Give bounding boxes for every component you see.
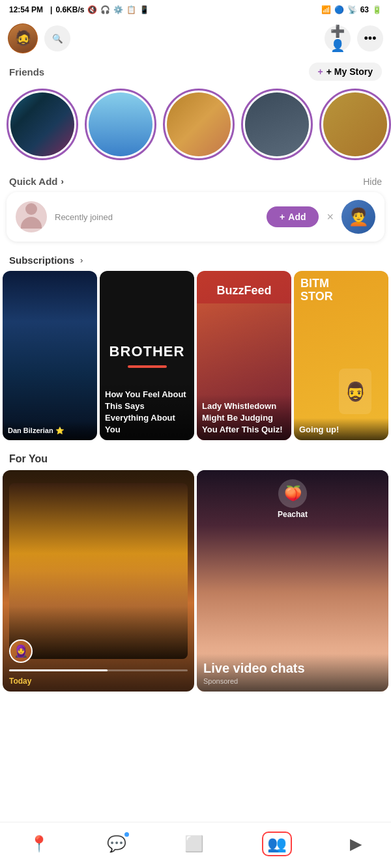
friends-icon: 👥 (267, 835, 287, 852)
top-bar: 🧔 🔍 ➕👤 ••• (0, 20, 391, 57)
quick-add-card: Recently joined + Add × 🧑‍🦱 (7, 192, 384, 242)
bluetooth-icon: 🔵 (334, 5, 344, 14)
status-bar: 12:54 PM | 0.6KB/s 🔇 🎧 ⚙️ 📋 📱 📶 🔵 📡 63 🔋 (0, 0, 391, 20)
nav-item-camera[interactable]: ⬜ (174, 832, 214, 856)
story-item-3[interactable] (163, 89, 235, 160)
add-button[interactable]: + Add (267, 206, 319, 227)
today-label: Today (9, 677, 31, 686)
plus-icon: + (318, 66, 323, 77)
sub-caption-brother: How You Feel About This Says Everything … (105, 389, 186, 434)
friends-header: Friends + + My Story (0, 57, 391, 85)
sponsored-label: Sponsored (203, 677, 382, 685)
search-icon: 🔍 (52, 34, 63, 44)
sub-card-buzzfeed[interactable]: BuzzFeed Lady Whistledown Might Be Judgi… (197, 271, 291, 440)
peachat-name: Peachat (278, 510, 308, 519)
live-video-title: Live video chats (203, 660, 382, 676)
network-speed: | (50, 5, 52, 14)
for-you-title: For You (9, 453, 48, 464)
wifi-icon: 📶 (321, 5, 331, 14)
nav-item-chat[interactable]: 💬 (96, 832, 137, 856)
add-friend-button[interactable]: ➕👤 (325, 25, 351, 51)
more-options-button[interactable]: ••• (357, 25, 383, 51)
notification-icon: 📋 (126, 5, 136, 14)
brother-logo-text: BROTHER (109, 343, 185, 360)
star-badge: ⭐ (55, 427, 65, 435)
map-icon: 📍 (29, 835, 49, 853)
story-item-2[interactable] (85, 89, 156, 160)
friends-nav-box: 👥 (262, 832, 292, 856)
quick-add-label: Quick Add (9, 176, 57, 187)
sub-card-bitmoji[interactable]: BITMSTOR 🧔‍♂️ Going up! (294, 271, 388, 440)
subscriptions-chevron: › (80, 255, 83, 265)
quick-add-header: Quick Add › Hide (0, 169, 391, 192)
time: 12:54 PM (9, 5, 43, 14)
sub-caption-buzzfeed: Lady Whistledown Might Be Judging You Af… (202, 401, 283, 434)
user-avatar[interactable]: 🧔 (8, 23, 38, 53)
discover-icon: ▶ (350, 835, 362, 853)
close-quick-add-button[interactable]: × (326, 210, 334, 224)
story-item-4[interactable] (241, 89, 313, 160)
add-icon: + (280, 212, 285, 222)
sub-card-2-overlay: How You Feel About This Says Everything … (100, 383, 194, 440)
headphone-icon: 🎧 (100, 5, 110, 14)
my-story-button[interactable]: + + My Story (309, 63, 382, 81)
for-you-section: For You 🧕 Today (0, 447, 391, 744)
hide-button[interactable]: Hide (363, 176, 382, 187)
nav-item-discover[interactable]: ▶ (340, 832, 372, 856)
suggested-user-avatar: 🧑‍🦱 (341, 200, 375, 234)
fy-user-avatar-1: 🧕 (9, 639, 33, 663)
search-button[interactable]: 🔍 (44, 25, 70, 51)
quick-add-section: Quick Add › Hide Recently joined + Add ×… (0, 169, 391, 248)
sub-card-brother[interactable]: BROTHER How You Feel About This Says Eve… (100, 271, 194, 440)
for-you-card-1[interactable]: 🧕 Today (3, 470, 194, 692)
recently-joined-label: Recently joined (55, 212, 259, 222)
sub-card-4-overlay: Going up! (294, 418, 388, 440)
bottom-nav: 📍 💬 ⬜ 👥 ▶ (0, 822, 391, 868)
status-left: 12:54 PM | 0.6KB/s 🔇 🎧 ⚙️ 📋 📱 (9, 5, 149, 14)
friends-title: Friends (9, 66, 44, 77)
for-you-card-2[interactable]: 🍑 Peachat Live video chats Sponsored (197, 470, 388, 692)
friends-section: Friends + + My Story (0, 57, 391, 169)
battery-icon: 🔋 (372, 5, 382, 14)
sub-caption-bitmoji: Going up! (299, 425, 339, 434)
stories-row (0, 85, 391, 169)
user-placeholder-avatar (16, 201, 47, 232)
subscriptions-title: Subscriptions (9, 255, 74, 266)
more-icon: ••• (364, 32, 377, 46)
for-you-grid: 🧕 Today 🍑 Peachat (0, 470, 391, 692)
my-story-label: + My Story (326, 66, 373, 77)
quick-add-chevron: › (61, 176, 63, 186)
battery-value: 63 (360, 5, 369, 14)
add-label: Add (288, 212, 306, 222)
settings-icon: ⚙️ (113, 5, 123, 14)
sub-card-3-overlay: Lady Whistledown Might Be Judging You Af… (197, 395, 291, 440)
subscriptions-section: Subscriptions › Dan Bilzerian ⭐ BROTHER (0, 248, 391, 447)
chat-icon: 💬 (107, 835, 126, 853)
peachat-logo: 🍑 Peachat (197, 479, 388, 519)
buzzfeed-logo: BuzzFeed (203, 284, 285, 298)
for-you-header: For You (0, 447, 391, 470)
bitmoji-self: 🧔 (8, 24, 37, 53)
add-friend-icon: ➕👤 (325, 24, 351, 53)
subscriptions-header: Subscriptions › (0, 248, 391, 271)
whatsapp-icon: 📱 (139, 5, 149, 14)
fy-card-1-bottom: Today (3, 665, 194, 692)
sub-card-1-overlay: Dan Bilzerian ⭐ (3, 421, 97, 440)
mute-icon: 🔇 (87, 5, 97, 14)
sub-name-dan: Dan Bilzerian (8, 427, 53, 435)
chat-notification-dot (124, 832, 129, 837)
fy-card-2-bottom: Live video chats Sponsored (197, 654, 388, 692)
network-speed-value: 0.6KB/s (55, 5, 84, 14)
sub-card-dan[interactable]: Dan Bilzerian ⭐ (3, 271, 97, 440)
story-item-5[interactable] (319, 89, 391, 160)
bitmoji-stories-title: BITMSTOR (300, 277, 382, 303)
story-item-1[interactable] (7, 89, 78, 160)
subscriptions-grid: Dan Bilzerian ⭐ BROTHER How You Feel Abo… (0, 271, 391, 440)
quick-add-title: Quick Add › (9, 176, 64, 187)
nav-item-map[interactable]: 📍 (19, 832, 59, 856)
signal-icon: 📡 (347, 5, 357, 14)
status-right: 📶 🔵 📡 63 🔋 (321, 5, 382, 14)
camera-icon: ⬜ (184, 835, 204, 853)
nav-item-friends[interactable]: 👥 (252, 829, 302, 859)
